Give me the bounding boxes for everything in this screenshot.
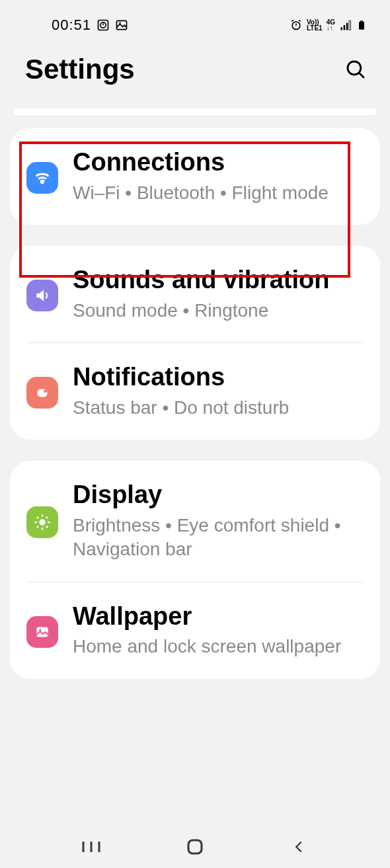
- clock-app-icon: [97, 19, 110, 32]
- wallpaper-icon: [26, 616, 58, 648]
- svg-rect-10: [344, 25, 346, 30]
- status-bar: 00:51 Vo)) LTE1 4G ↓↑: [0, 0, 390, 40]
- network-indicator: 4G ↓↑: [327, 19, 335, 31]
- item-text: Notifications Status bar • Do not distur…: [73, 363, 364, 420]
- item-title: Display: [73, 481, 364, 510]
- settings-item-sounds[interactable]: Sounds and vibration Sound mode • Ringto…: [26, 246, 364, 342]
- svg-line-8: [299, 20, 301, 22]
- navigation-bar: [0, 825, 390, 868]
- status-left: 00:51: [52, 17, 128, 34]
- brightness-icon: [26, 506, 58, 538]
- item-subtitle: Sound mode • Ringtone: [73, 299, 364, 323]
- svg-point-17: [41, 180, 44, 183]
- search-icon[interactable]: [344, 58, 367, 81]
- settings-card-connections: Connections Wi–Fi • Bluetooth • Flight m…: [10, 128, 380, 225]
- settings-card-sounds-notifications: Sounds and vibration Sound mode • Ringto…: [10, 246, 380, 440]
- item-subtitle: Brightness • Eye comfort shield • Naviga…: [73, 514, 364, 562]
- svg-point-4: [119, 22, 121, 24]
- svg-point-30: [39, 629, 41, 631]
- item-text: Display Brightness • Eye comfort shield …: [73, 481, 364, 561]
- item-text: Wallpaper Home and lock screen wallpaper: [73, 602, 364, 659]
- svg-rect-12: [349, 20, 351, 30]
- wifi-icon: [26, 162, 58, 194]
- svg-point-15: [348, 61, 361, 75]
- svg-rect-9: [341, 27, 343, 30]
- settings-item-display[interactable]: Display Brightness • Eye comfort shield …: [26, 461, 364, 581]
- svg-line-27: [37, 526, 38, 528]
- item-title: Connections: [73, 148, 364, 177]
- settings-item-wallpaper[interactable]: Wallpaper Home and lock screen wallpaper: [26, 582, 364, 679]
- item-text: Connections Wi–Fi • Bluetooth • Flight m…: [73, 148, 364, 205]
- item-subtitle: Wi–Fi • Bluetooth • Flight mode: [73, 181, 364, 205]
- svg-line-26: [46, 526, 48, 528]
- notifications-icon: [26, 377, 58, 409]
- settings-item-notifications[interactable]: Notifications Status bar • Do not distur…: [26, 342, 364, 440]
- page-title: Settings: [25, 54, 135, 85]
- svg-rect-11: [346, 23, 348, 30]
- item-title: Sounds and vibration: [73, 266, 364, 295]
- header: Settings: [0, 40, 390, 108]
- svg-line-16: [359, 73, 364, 78]
- item-title: Wallpaper: [73, 602, 364, 631]
- nav-recents-button[interactable]: [78, 834, 104, 860]
- svg-rect-13: [359, 22, 364, 30]
- settings-card-display-wallpaper: Display Brightness • Eye comfort shield …: [10, 461, 380, 679]
- svg-line-28: [46, 517, 48, 518]
- item-text: Sounds and vibration Sound mode • Ringto…: [73, 266, 364, 323]
- status-right: Vo)) LTE1 4G ↓↑: [290, 19, 367, 32]
- svg-rect-29: [36, 627, 48, 637]
- svg-line-25: [37, 517, 38, 518]
- svg-line-7: [292, 20, 293, 22]
- item-subtitle: Home and lock screen wallpaper: [73, 635, 364, 658]
- sound-icon: [26, 280, 58, 311]
- volte-indicator: Vo)) LTE1: [307, 19, 323, 31]
- item-subtitle: Status bar • Do not disturb: [73, 396, 364, 420]
- nav-home-button[interactable]: [182, 834, 208, 860]
- scroll-hint-strip: [13, 108, 377, 115]
- status-time: 00:51: [52, 17, 91, 34]
- svg-point-20: [39, 520, 45, 526]
- svg-rect-14: [360, 20, 363, 22]
- svg-rect-34: [188, 840, 202, 853]
- battery-icon: [356, 19, 367, 32]
- nav-back-button[interactable]: [286, 834, 312, 860]
- signal-icon: [339, 19, 352, 32]
- item-title: Notifications: [73, 363, 364, 392]
- alarm-icon: [290, 19, 303, 32]
- settings-item-connections[interactable]: Connections Wi–Fi • Bluetooth • Flight m…: [26, 128, 364, 225]
- svg-point-19: [44, 390, 47, 393]
- gallery-icon: [115, 19, 128, 32]
